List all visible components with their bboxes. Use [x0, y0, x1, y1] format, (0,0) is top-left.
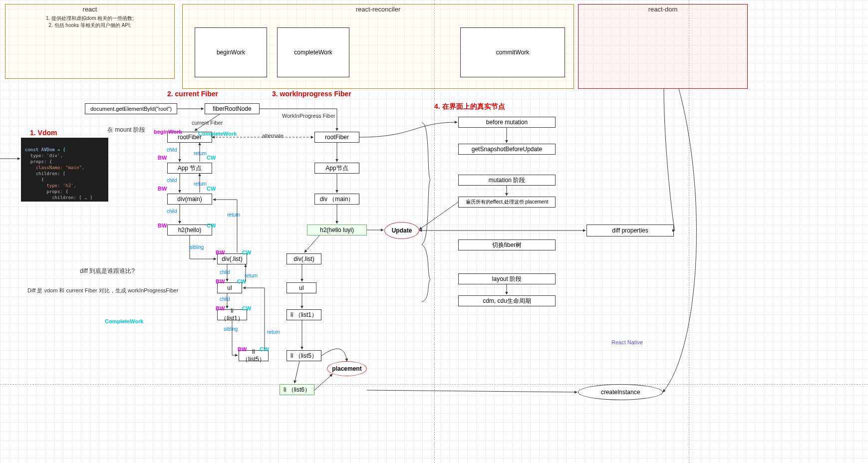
label-reactnative: React Native — [611, 339, 643, 345]
label-return2: return — [194, 181, 207, 187]
svg-line-36 — [367, 390, 577, 392]
region-reconciler-title: react-reconciler — [183, 5, 574, 13]
label-sibling1: sibling — [190, 244, 204, 250]
label-cw2: CW — [207, 186, 216, 192]
region-reactdom: react-dom — [578, 4, 748, 89]
box-traverse: 遍历所有的effect,处理这些 placement — [458, 197, 556, 208]
box-commitwork: commitWork — [460, 27, 565, 77]
heading-current: 2. current Fiber — [167, 90, 218, 98]
svg-line-34 — [419, 202, 458, 230]
label-child1: child — [167, 147, 177, 153]
box-divlist-w: div(.list) — [287, 253, 321, 264]
box-h2-c: h2(hello) — [167, 225, 212, 235]
label-completework: CompleteWork — [198, 131, 237, 137]
box-ul-w: ul — [287, 282, 316, 293]
label-return1: return — [194, 151, 207, 156]
box-divmain-c: div(main) — [167, 194, 212, 205]
svg-line-30 — [314, 374, 332, 390]
label-bw4: BW — [216, 249, 225, 255]
heading-realdom: 4. 在界面上的真实节点 — [434, 102, 505, 111]
code-vdom: const AVDom = { type: 'div', props: { cl… — [21, 138, 108, 202]
box-before-mutation: before mutation — [458, 117, 556, 128]
label-currentfiber-edge: current Fiber — [192, 120, 223, 126]
heading-wip: 3. workInprogress Fiber — [272, 90, 351, 98]
label-child2: child — [167, 178, 177, 183]
label-return-list: return — [227, 212, 240, 218]
label-cw3: CW — [207, 223, 216, 229]
ellipse-placement: placement — [327, 361, 367, 376]
label-cw5: CW — [237, 278, 246, 284]
label-bw6: BW — [216, 305, 225, 311]
region-react: react 1. 提供处理和虚拟dom 相关的一些函数; 2. 包括 hooks… — [5, 4, 175, 79]
region-react-sub2: 2. 包括 hooks 等相关的用户侧的 API; — [5, 22, 174, 29]
ellipse-update: Update — [384, 222, 419, 239]
label-sibling2: sibling — [224, 326, 238, 332]
box-divmain-w: div （main） — [314, 194, 359, 205]
ellipse-createinstance: createInstance — [578, 384, 663, 400]
box-mutation: mutation 阶段 — [458, 175, 556, 186]
box-app-w: App节点 — [314, 163, 359, 174]
label-return3: return — [245, 273, 258, 278]
label-alternate: alternate — [262, 133, 284, 139]
label-cw6: CW — [242, 305, 251, 311]
label-child4: child — [220, 269, 230, 275]
box-getelement: document.getElementById("root") — [85, 103, 177, 114]
region-react-sub1: 1. 提供处理和虚拟dom 相关的一些函数; — [5, 15, 174, 22]
label-completework-alone: CompleteWork — [105, 318, 143, 324]
box-diffprops: diff properties — [586, 225, 674, 236]
region-react-title: react — [5, 5, 174, 13]
box-lifecycle: cdm, cdu生命周期 — [458, 295, 556, 306]
label-bw5: BW — [216, 278, 225, 284]
svg-line-28 — [294, 361, 299, 383]
box-app-c: App 节点 — [167, 163, 212, 174]
label-bw3: BW — [158, 223, 167, 229]
box-beginwork: beginWork — [195, 27, 267, 77]
box-rootfiber-w: rootFiber — [314, 132, 359, 143]
box-li1-w: li （list1） — [287, 309, 321, 320]
label-child5: child — [220, 296, 230, 302]
label-cw7: CW — [260, 346, 269, 352]
label-cw1: CW — [207, 155, 216, 161]
label-bw7: BW — [238, 346, 247, 352]
box-h2-w: h2(hello luyi) — [307, 225, 367, 235]
label-cw4: CW — [242, 249, 251, 255]
box-completework: completeWork — [277, 27, 349, 77]
label-wip-edge: WorkInProgress Fiber — [282, 113, 335, 119]
label-diffq: diff 到底是谁跟谁比? — [80, 267, 135, 275]
label-return4: return — [267, 329, 280, 335]
label-bw2: BW — [158, 186, 167, 192]
box-li5-w: li （list5） — [287, 350, 321, 361]
box-switch: 切换fiber树 — [458, 239, 556, 250]
label-diffa: Diff 是 vdom 和 current Fiber 对比，生成 workIn… — [27, 287, 178, 294]
label-mount: 在 mount 阶段 — [107, 126, 145, 134]
heading-vdom: 1. Vdom — [30, 129, 57, 137]
label-beginwork: beginWork — [154, 129, 182, 135]
box-snapshot: getSnapshotBeforeUpdate — [458, 144, 556, 155]
svg-line-24 — [304, 235, 319, 252]
label-child3: child — [167, 209, 177, 214]
label-bw1: BW — [158, 155, 167, 161]
region-reactdom-title: react-dom — [579, 5, 747, 13]
box-layout: layout 阶段 — [458, 273, 556, 284]
box-fiberroot: fiberRootNode — [205, 103, 260, 114]
box-li6-w: li （list6） — [280, 384, 314, 395]
